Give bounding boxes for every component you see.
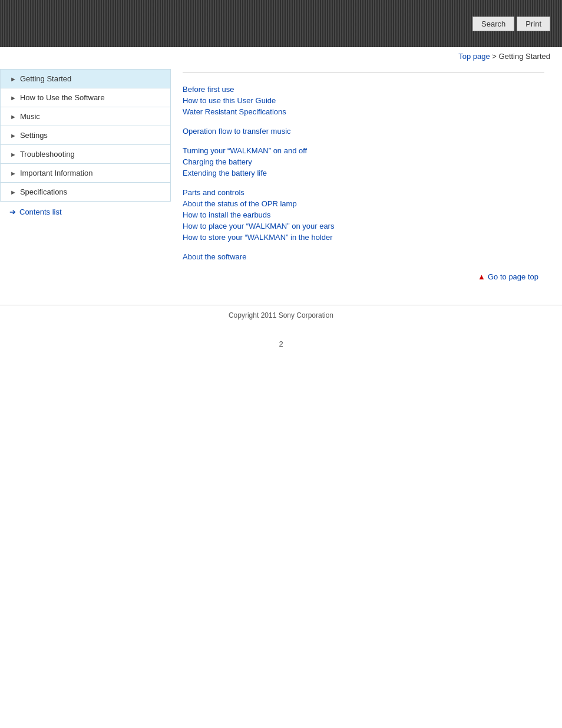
content-group-3: Turning your “WALKMAN” on and off Chargi… <box>183 146 544 177</box>
header-bar: Search Print <box>0 0 562 47</box>
search-button[interactable]: Search <box>472 17 514 31</box>
sidebar-item-how-to-use-software[interactable]: ► How to Use the Software <box>0 88 171 107</box>
main-layout: ► Getting Started ► How to Use the Softw… <box>0 63 562 293</box>
sidebar-item-music[interactable]: ► Music <box>0 107 171 126</box>
sidebar-item-label: Specifications <box>20 187 67 196</box>
content-group-1: Before first use How to use this User Gu… <box>183 85 544 116</box>
contents-list-arrow-icon: ➔ <box>9 207 16 216</box>
contents-list-link[interactable]: ➔ Contents list <box>0 202 171 219</box>
link-parts-and-controls[interactable]: Parts and controls <box>183 188 544 197</box>
sidebar-item-label: Settings <box>20 131 48 140</box>
link-about-opr-lamp[interactable]: About the status of the OPR lamp <box>183 199 544 208</box>
link-install-earbuds[interactable]: How to install the earbuds <box>183 210 544 219</box>
content-group-2: Operation flow to transfer music <box>183 127 544 136</box>
sidebar-item-getting-started[interactable]: ► Getting Started <box>0 69 171 88</box>
link-water-resistant[interactable]: Water Resistant Specifications <box>183 107 544 116</box>
sidebar-item-settings[interactable]: ► Settings <box>0 126 171 144</box>
go-to-top-arrow-icon: ▲ <box>478 272 485 281</box>
arrow-icon: ► <box>10 170 16 177</box>
go-to-top-label: Go to page top <box>488 272 538 281</box>
sidebar-item-troubleshooting[interactable]: ► Troubleshooting <box>0 144 171 163</box>
arrow-icon: ► <box>10 151 16 158</box>
link-how-to-use-user-guide[interactable]: How to use this User Guide <box>183 96 544 105</box>
breadcrumb-current: Getting Started <box>499 52 550 61</box>
sidebar: ► Getting Started ► How to Use the Softw… <box>0 69 171 293</box>
link-store-in-holder[interactable]: How to store your “WALKMAN” in the holde… <box>183 233 544 242</box>
print-button[interactable]: Print <box>517 17 550 31</box>
link-operation-flow[interactable]: Operation flow to transfer music <box>183 127 544 136</box>
arrow-icon: ► <box>10 132 16 139</box>
link-extending-battery[interactable]: Extending the battery life <box>183 169 544 177</box>
go-to-top-container: ▲Go to page top <box>183 272 544 281</box>
arrow-icon: ► <box>10 113 16 120</box>
sidebar-item-specifications[interactable]: ► Specifications <box>0 182 171 202</box>
link-charging-battery[interactable]: Charging the battery <box>183 157 544 166</box>
section-heading-bar <box>183 69 544 73</box>
breadcrumb: Top page > Getting Started <box>0 47 562 63</box>
copyright-text: Copyright 2011 Sony Corporation <box>147 309 416 331</box>
sidebar-item-label: Getting Started <box>20 74 71 83</box>
link-turning-on-off[interactable]: Turning your “WALKMAN” on and off <box>183 146 544 155</box>
breadcrumb-top-page[interactable]: Top page <box>458 52 490 61</box>
link-before-first-use[interactable]: Before first use <box>183 85 544 94</box>
sidebar-item-important-information[interactable]: ► Important Information <box>0 163 171 182</box>
arrow-icon: ► <box>10 94 16 101</box>
sidebar-item-label: How to Use the Software <box>20 93 105 102</box>
go-to-top-link[interactable]: ▲Go to page top <box>478 272 538 281</box>
sidebar-item-label: Music <box>20 112 40 121</box>
sidebar-item-label: Important Information <box>20 169 93 177</box>
arrow-icon: ► <box>10 189 16 196</box>
breadcrumb-separator: > <box>490 52 499 61</box>
page-number: 2 <box>0 334 562 354</box>
footer-area: Copyright 2011 Sony Corporation <box>0 305 562 334</box>
sidebar-item-label: Troubleshooting <box>20 150 75 159</box>
content-group-4: Parts and controls About the status of t… <box>183 188 544 242</box>
content-area: Before first use How to use this User Gu… <box>171 69 562 293</box>
contents-list-label: Contents list <box>19 207 62 216</box>
arrow-icon: ► <box>10 75 16 83</box>
link-about-software[interactable]: About the software <box>183 252 544 261</box>
content-group-5: About the software <box>183 252 544 261</box>
link-place-on-ears[interactable]: How to place your “WALKMAN” on your ears <box>183 222 544 230</box>
